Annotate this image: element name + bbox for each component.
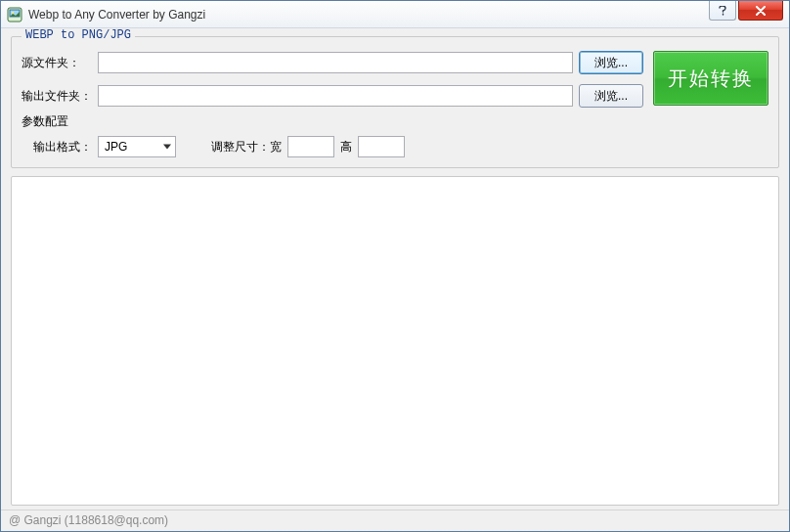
titlebar: Webp to Any Converter by Gangzi [1, 1, 789, 28]
conversion-group: WEBP to PNG/JPG 源文件夹： 浏览... 输出文件夹： 浏览...… [11, 36, 779, 168]
source-row: 源文件夹： 浏览... [22, 51, 643, 74]
output-label: 输出文件夹： [22, 88, 92, 105]
window-title: Webp to Any Converter by Gangzi [28, 8, 205, 22]
window-buttons [709, 1, 789, 21]
height-label: 高 [340, 139, 352, 155]
resize-label: 调整尺寸：宽 [211, 139, 282, 155]
form-left: 源文件夹： 浏览... 输出文件夹： 浏览... [22, 51, 643, 108]
app-window: Webp to Any Converter by Gangzi WEBP to … [0, 0, 790, 532]
help-button[interactable] [709, 1, 736, 21]
source-folder-input[interactable] [98, 52, 573, 73]
group-legend: WEBP to PNG/JPG [22, 28, 135, 42]
resize-width-input[interactable] [287, 136, 334, 157]
source-label: 源文件夹： [22, 55, 92, 71]
params-row: 输出格式： JPG 调整尺寸：宽 高 [22, 136, 768, 157]
output-folder-input[interactable] [98, 85, 573, 107]
output-format-select[interactable]: JPG [98, 136, 176, 157]
close-button[interactable] [738, 1, 783, 21]
client-area: WEBP to PNG/JPG 源文件夹： 浏览... 输出文件夹： 浏览...… [1, 28, 789, 510]
output-format-value: JPG [105, 140, 127, 154]
start-convert-button[interactable]: 开始转换 [653, 51, 768, 106]
form-area: 源文件夹： 浏览... 输出文件夹： 浏览... 开始转换 [22, 51, 768, 108]
statusbar: @ Gangzi (1188618@qq.com) [1, 510, 789, 531]
chevron-down-icon [163, 145, 171, 150]
svg-point-2 [12, 11, 14, 13]
log-output-area[interactable] [11, 176, 779, 506]
app-icon [7, 7, 22, 22]
browse-output-button[interactable]: 浏览... [579, 84, 643, 108]
resize-height-input[interactable] [358, 136, 405, 157]
browse-source-button[interactable]: 浏览... [579, 51, 643, 74]
status-text: @ Gangzi (1188618@qq.com) [9, 513, 168, 527]
output-row: 输出文件夹： 浏览... [22, 84, 643, 108]
params-title: 参数配置 [22, 113, 768, 130]
params-section: 参数配置 输出格式： JPG 调整尺寸：宽 高 [22, 113, 768, 157]
format-label: 输出格式： [33, 139, 92, 155]
